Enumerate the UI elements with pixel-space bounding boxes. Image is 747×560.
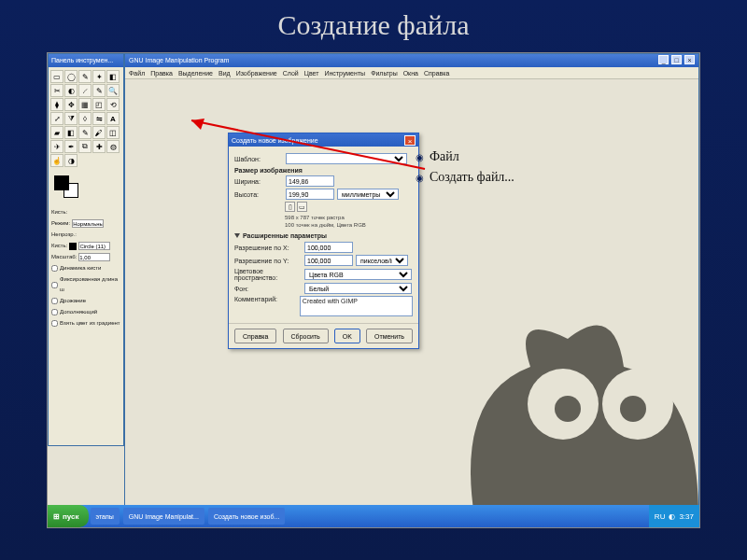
fill-select[interactable]: Белый bbox=[304, 283, 412, 294]
minimize-button[interactable]: _ bbox=[658, 55, 669, 64]
tool-color-picker[interactable]: ✎ bbox=[92, 84, 106, 97]
tool-zoom[interactable]: 🔍 bbox=[106, 84, 120, 97]
tool-ink[interactable]: ✒ bbox=[64, 140, 78, 153]
bullet-2: Создать файл... bbox=[430, 170, 514, 187]
tool-shear[interactable]: ⧩ bbox=[64, 112, 78, 125]
start-button[interactable]: ⊞ пуск bbox=[48, 505, 89, 527]
tool-free-select[interactable]: ✎ bbox=[78, 70, 92, 83]
task-item-3[interactable]: Создать новое изоб... bbox=[208, 508, 285, 525]
comment-textarea[interactable]: Created with GIMP bbox=[300, 296, 413, 316]
menu-filters[interactable]: Фильтры bbox=[371, 70, 398, 77]
brush-swatch[interactable] bbox=[69, 243, 77, 250]
tool-dodge[interactable]: ◑ bbox=[64, 154, 78, 167]
menu-edit[interactable]: Правка bbox=[150, 70, 173, 77]
tool-measure[interactable]: ⧫ bbox=[50, 98, 63, 111]
mode-select[interactable] bbox=[72, 219, 104, 228]
tool-pencil[interactable]: ✎ bbox=[78, 126, 92, 139]
menu-colors[interactable]: Цвет bbox=[304, 70, 319, 77]
dialog-title-text: Создать новое изображение bbox=[232, 137, 318, 144]
foreground-color[interactable] bbox=[54, 175, 69, 190]
tool-blur[interactable]: ◍ bbox=[106, 140, 120, 153]
dialog-titlebar[interactable]: Создать новое изображение × bbox=[229, 133, 418, 147]
tool-flip[interactable]: ⇋ bbox=[92, 112, 106, 125]
tool-paths[interactable]: ⟋ bbox=[78, 84, 92, 97]
task-item-2[interactable]: GNU Image Manipulat... bbox=[123, 508, 204, 525]
mode-label: Режим: bbox=[51, 218, 70, 229]
menu-bar: Файл Правка Выделение Вид Изображение Сл… bbox=[125, 67, 698, 79]
tool-perspective[interactable]: ◊ bbox=[78, 112, 92, 125]
tool-fuzzy-select[interactable]: ✦ bbox=[92, 70, 106, 83]
res-units-select[interactable]: пикселов/in bbox=[356, 255, 408, 266]
clock[interactable]: 3:37 bbox=[679, 512, 694, 521]
tool-bucket[interactable]: ▰ bbox=[50, 126, 63, 139]
template-label: Шаблон: bbox=[234, 156, 283, 162]
width-label: Ширина: bbox=[234, 178, 283, 185]
menu-tools[interactable]: Инструменты bbox=[324, 70, 365, 77]
toolbox-titlebar[interactable]: Панель инструмен... bbox=[49, 54, 123, 67]
toolbox-panel: Панель инструмен... ▭ ◯ ✎ ✦ ◧ ✂ ◐ ⟋ ✎ 🔍 … bbox=[48, 53, 124, 446]
menu-layer[interactable]: Слой bbox=[283, 70, 299, 77]
cb-fade[interactable] bbox=[51, 282, 58, 288]
template-select[interactable] bbox=[286, 153, 407, 164]
tool-by-color[interactable]: ◧ bbox=[106, 70, 120, 83]
tool-heal[interactable]: ✚ bbox=[92, 140, 106, 153]
ok-button[interactable]: OK bbox=[334, 329, 360, 343]
menu-file[interactable]: Файл bbox=[129, 70, 145, 77]
cb-jitter[interactable] bbox=[51, 298, 58, 304]
reset-button[interactable]: Сбросить bbox=[283, 329, 329, 343]
tool-foreground[interactable]: ◐ bbox=[64, 84, 78, 97]
scale-field[interactable] bbox=[78, 253, 110, 261]
cb-dynamics[interactable] bbox=[51, 265, 58, 272]
tool-grid: ▭ ◯ ✎ ✦ ◧ ✂ ◐ ⟋ ✎ 🔍 ⧫ ✥ ▦ ◰ ⟲ ⤢ ⧩ ◊ ⇋ A … bbox=[49, 67, 123, 170]
landscape-icon[interactable]: ▭ bbox=[297, 202, 307, 212]
xres-input[interactable] bbox=[304, 242, 353, 253]
units-select[interactable]: миллиметры bbox=[337, 189, 399, 200]
task-item-1[interactable]: этапы bbox=[91, 508, 120, 525]
tool-crop[interactable]: ◰ bbox=[92, 98, 106, 111]
advanced-expander[interactable]: Расширенные параметры bbox=[234, 232, 413, 239]
tool-scale[interactable]: ⤢ bbox=[50, 112, 63, 125]
menu-windows[interactable]: Окна bbox=[403, 70, 418, 77]
cb-incremental[interactable] bbox=[51, 309, 58, 315]
tool-rect-select[interactable]: ▭ bbox=[50, 70, 63, 83]
maximize-button[interactable]: □ bbox=[671, 55, 682, 64]
tool-ellipse-select[interactable]: ◯ bbox=[64, 70, 78, 83]
menu-view[interactable]: Вид bbox=[218, 70, 231, 77]
yres-input[interactable] bbox=[304, 255, 353, 266]
tool-paintbrush[interactable]: 🖌 bbox=[92, 126, 106, 139]
tool-eraser[interactable]: ◫ bbox=[106, 126, 120, 139]
screenshot-area: Панель инструмен... ▭ ◯ ✎ ✦ ◧ ✂ ◐ ⟋ ✎ 🔍 … bbox=[47, 52, 700, 528]
svg-point-3 bbox=[620, 396, 646, 422]
fg-bg-colors[interactable] bbox=[52, 174, 120, 202]
cancel-button[interactable]: Отменить bbox=[366, 329, 413, 343]
main-title-text: GNU Image Manipulation Program bbox=[129, 54, 229, 67]
width-input[interactable] bbox=[286, 175, 334, 187]
system-tray[interactable]: RU ◐ 3:37 bbox=[649, 505, 699, 527]
cb-gradient[interactable] bbox=[51, 320, 58, 327]
start-icon: ⊞ bbox=[53, 512, 60, 521]
dialog-close-button[interactable]: × bbox=[404, 135, 416, 146]
menu-help[interactable]: Справка bbox=[424, 70, 449, 77]
close-button[interactable]: × bbox=[684, 55, 695, 64]
tool-align[interactable]: ▦ bbox=[78, 98, 92, 111]
help-button[interactable]: Справка bbox=[234, 329, 276, 343]
tool-move[interactable]: ✥ bbox=[64, 98, 78, 111]
tool-clone[interactable]: ⧉ bbox=[78, 140, 92, 153]
tray-icon[interactable]: ◐ bbox=[669, 512, 675, 521]
tool-smudge[interactable]: ☝ bbox=[50, 154, 63, 167]
tool-blend[interactable]: ◧ bbox=[64, 126, 78, 139]
brush-name-field[interactable] bbox=[78, 242, 110, 250]
height-input[interactable] bbox=[286, 189, 334, 200]
menu-select[interactable]: Выделение bbox=[178, 70, 213, 77]
image-info: 598 x 787 точек растра 100 точек на дюйм… bbox=[285, 214, 413, 229]
main-titlebar[interactable]: GNU Image Manipulation Program _ □ × bbox=[125, 54, 698, 67]
menu-image[interactable]: Изображение bbox=[236, 70, 277, 77]
portrait-icon[interactable]: ▯ bbox=[285, 202, 295, 212]
tool-airbrush[interactable]: ✈ bbox=[50, 140, 63, 153]
colorspace-select[interactable]: Цвета RGB bbox=[304, 269, 412, 280]
tool-text[interactable]: A bbox=[106, 112, 120, 125]
tool-scissors[interactable]: ✂ bbox=[50, 84, 63, 97]
lang-indicator[interactable]: RU bbox=[655, 512, 666, 521]
tool-rotate[interactable]: ⟲ bbox=[106, 98, 120, 111]
comment-label: Комментарий: bbox=[234, 296, 297, 302]
